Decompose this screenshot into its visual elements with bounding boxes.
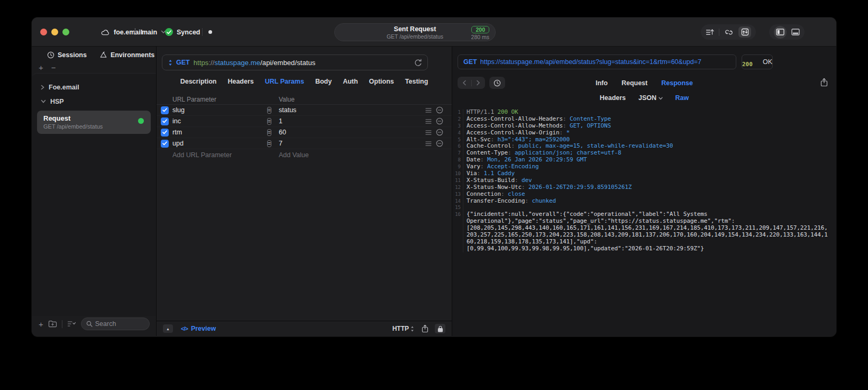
raw-response-body[interactable]: 1HTTP/1.1 200 OK2Access-Control-Allow-He…	[452, 105, 836, 336]
param-enabled-checkbox[interactable]	[161, 140, 169, 148]
forward-button[interactable]	[476, 80, 480, 86]
lock-button[interactable]	[435, 324, 445, 333]
remove-param-icon[interactable]	[436, 117, 443, 125]
param-enabled-checkbox[interactable]	[161, 129, 169, 137]
export-response-button[interactable]	[820, 78, 828, 87]
url-scheme: https	[194, 59, 209, 67]
collapse-panel-button[interactable]: ▲	[163, 324, 173, 333]
method-selector-arrows-icon	[168, 59, 172, 66]
line-number: 3	[452, 123, 461, 130]
request-url-bar[interactable]: GET https://statuspage.me/api/embed/stat…	[162, 55, 428, 70]
project-tree: Foe.email HSP Request GET /api/embed/sta…	[32, 73, 156, 316]
back-button[interactable]	[462, 80, 467, 86]
param-add-row[interactable]: Add URL Parameter Add Value	[157, 149, 452, 160]
param-options-icon[interactable]	[425, 141, 432, 146]
sent-request-url[interactable]: GET https://statuspage.me/api/embed/stat…	[458, 55, 736, 69]
remove-session-button[interactable]: −	[51, 64, 56, 71]
param-name[interactable]: upd	[172, 140, 267, 147]
param-table-header: URL Parameter Value	[157, 94, 452, 105]
tree-item-foe-email[interactable]: Foe.email	[32, 80, 156, 94]
preview-button[interactable]: </> Preview	[181, 325, 216, 332]
tab-description[interactable]: Description	[180, 78, 217, 85]
protocol-selector[interactable]: HTTP	[392, 325, 414, 332]
add-value-placeholder[interactable]: Add Value	[279, 151, 422, 159]
line-number: 11	[452, 177, 461, 184]
add-parameter-placeholder[interactable]: Add URL Parameter	[172, 151, 267, 159]
param-enabled-checkbox[interactable]	[161, 106, 169, 114]
tab-auth[interactable]: Auth	[343, 78, 358, 85]
response-line: 5Alt-Svc: h3=":443"; ma=2592000	[452, 137, 836, 143]
response-line: 15	[452, 204, 836, 211]
add-session-button[interactable]: +	[39, 64, 43, 71]
response-subtab-headers[interactable]: Headers	[600, 94, 626, 102]
response-tab-response[interactable]: Response	[661, 79, 693, 87]
search-input[interactable]	[95, 320, 138, 328]
response-subtab-json[interactable]: JSON	[638, 94, 663, 102]
param-name[interactable]: slug	[172, 106, 267, 114]
param-name[interactable]: rtm	[172, 129, 267, 136]
panel-toggle-group	[769, 24, 805, 40]
tab-headers[interactable]: Headers	[227, 78, 253, 85]
tab-body[interactable]: Body	[315, 78, 332, 85]
request-summary[interactable]: Sent Request GET /api/embed/status 200 2…	[334, 23, 496, 41]
window-controls	[40, 29, 69, 35]
equals-icon: =	[267, 140, 271, 147]
param-options-icon[interactable]	[425, 130, 432, 135]
response-tab-info[interactable]: Info	[596, 79, 608, 87]
request-list-item-selected[interactable]: Request GET /api/embed/status	[37, 111, 151, 134]
param-options-icon[interactable]	[425, 119, 432, 124]
line-number: 6	[452, 143, 461, 150]
minimize-window-button[interactable]	[51, 29, 58, 35]
remove-param-icon[interactable]	[436, 106, 443, 114]
response-line: 14Transfer-Encoding: chunked	[452, 198, 836, 205]
tab-sessions[interactable]: Sessions	[47, 51, 87, 59]
status-code-badge: 200	[471, 26, 489, 33]
param-options-icon[interactable]	[425, 108, 432, 113]
history-button[interactable]	[489, 77, 505, 89]
new-request-button[interactable]: +	[39, 320, 43, 329]
remove-param-icon[interactable]	[436, 140, 443, 147]
param-value[interactable]: 60	[279, 129, 422, 136]
url-path: /api/embed/status	[260, 59, 315, 67]
import-list-button[interactable]	[706, 28, 714, 36]
search-field[interactable]	[81, 318, 150, 330]
remove-param-icon[interactable]	[436, 129, 443, 136]
sidebar: Sessions Environments + −	[32, 47, 156, 336]
sync-loop-button[interactable]	[724, 29, 734, 36]
zoom-window-button[interactable]	[62, 29, 69, 35]
url-input[interactable]: https://statuspage.me/api/embed/status	[194, 59, 316, 67]
response-line: 12X-Status-Now-Utc: 2026-01-26T20:29:59.…	[452, 184, 836, 191]
sync-status[interactable]: Synced	[165, 17, 200, 47]
tab-environments[interactable]: Environments	[99, 51, 154, 59]
toggle-bottom-panel-button[interactable]	[791, 29, 800, 35]
tab-url-params[interactable]: URL Params	[265, 78, 304, 85]
branch-name: main	[142, 29, 157, 36]
request-editor: GET https://statuspage.me/api/embed/stat…	[156, 47, 452, 336]
tab-options[interactable]: Options	[369, 78, 394, 85]
resend-request-icon[interactable]	[414, 59, 422, 67]
param-enabled-checkbox[interactable]	[161, 117, 169, 125]
line-number: 15	[452, 204, 461, 211]
method-selector[interactable]: GET	[176, 59, 190, 66]
unsaved-indicator-dot	[208, 30, 212, 34]
param-value[interactable]: 1	[279, 117, 422, 125]
param-value[interactable]: 7	[279, 140, 422, 147]
param-value[interactable]: status	[279, 106, 422, 114]
response-line: 1HTTP/1.1 200 OK	[452, 109, 836, 116]
close-window-button[interactable]	[40, 29, 47, 35]
line-number: 5	[452, 137, 461, 143]
send-receive-button[interactable]	[738, 26, 751, 38]
response-status-code: 200	[742, 57, 761, 68]
new-folder-button[interactable]	[48, 320, 57, 328]
share-request-button[interactable]	[422, 324, 428, 333]
branch-switcher[interactable]: main	[132, 17, 166, 47]
response-tab-request[interactable]: Request	[622, 79, 647, 87]
response-subtab-raw[interactable]: Raw	[675, 94, 689, 102]
line-number: 12	[452, 184, 461, 191]
tree-item-hsp[interactable]: HSP	[32, 94, 156, 108]
toggle-left-panel-button[interactable]	[774, 26, 787, 39]
sort-filter-button[interactable]	[67, 321, 76, 327]
tab-testing[interactable]: Testing	[405, 78, 428, 85]
param-name[interactable]: inc	[172, 117, 267, 125]
titlebar: foe.email main Synced Sent Re	[32, 17, 836, 47]
